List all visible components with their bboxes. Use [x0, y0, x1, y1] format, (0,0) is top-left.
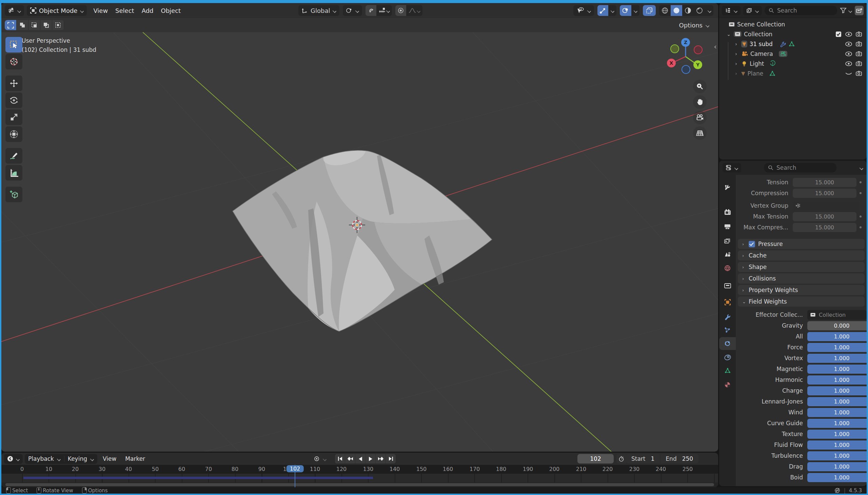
visibility-dropdown[interactable] — [573, 5, 594, 16]
pivot-point-dropdown[interactable] — [343, 5, 362, 16]
camera-restrict-icon[interactable] — [856, 61, 862, 66]
expand-arrow-icon[interactable]: › — [733, 71, 739, 76]
menu-keying[interactable]: Keying — [64, 455, 97, 462]
expand-arrow-icon[interactable]: › — [733, 41, 739, 47]
xray-toggle[interactable] — [643, 5, 656, 16]
eye-icon[interactable] — [845, 51, 852, 56]
mesh-data-icon[interactable] — [788, 41, 795, 47]
compression-field[interactable]: 15.000 — [793, 189, 856, 198]
select-mode-intersect[interactable] — [52, 20, 64, 30]
gizmo-neg-z-axis[interactable] — [682, 65, 690, 73]
tool-annotate[interactable] — [5, 148, 22, 164]
camera-data-icon[interactable] — [779, 51, 787, 57]
camera-restrict-icon[interactable] — [856, 41, 862, 47]
tool-move[interactable] — [5, 75, 22, 91]
boid-slider[interactable]: 1.000 — [807, 473, 867, 482]
vortex-slider[interactable]: 1.000 — [807, 354, 867, 363]
menu-view[interactable]: View — [89, 7, 112, 14]
turbulence-slider[interactable]: 1.000 — [807, 451, 867, 460]
editor-type-button[interactable] — [5, 5, 24, 16]
outliner-filter-button[interactable] — [840, 7, 852, 14]
section-property-weights[interactable]: › Property Weights — [738, 285, 865, 295]
pan-view-button[interactable] — [693, 95, 706, 109]
wind-slider[interactable]: 1.000 — [807, 408, 867, 417]
next-keyframe-button[interactable] — [376, 454, 386, 463]
tool-cursor[interactable] — [5, 54, 22, 69]
shading-solid-button[interactable] — [671, 5, 682, 16]
section-cache[interactable]: › Cache — [738, 250, 865, 260]
shading-settings-dropdown[interactable] — [705, 5, 713, 16]
eye-icon[interactable] — [845, 32, 852, 37]
cloth-pillow-object[interactable] — [233, 150, 492, 331]
section-collisions[interactable]: › Collisions — [738, 273, 865, 284]
texture-slider[interactable]: 1.000 — [807, 430, 867, 439]
charge-slider[interactable]: 1.000 — [807, 386, 867, 395]
start-frame-field[interactable]: Start1 — [626, 454, 660, 463]
mesh-data-icon[interactable] — [769, 70, 776, 76]
harmonic-slider[interactable]: 1.000 — [807, 375, 867, 385]
tab-output[interactable] — [719, 220, 736, 233]
zoom-view-button[interactable] — [693, 80, 706, 93]
camera-restrict-icon[interactable] — [856, 32, 862, 37]
tool-select-box[interactable] — [5, 37, 22, 52]
shading-material-button[interactable] — [682, 5, 694, 16]
eye-icon[interactable] — [845, 61, 852, 66]
navigation-gizmo[interactable]: Z X Y — [665, 37, 708, 80]
fluid-flow-slider[interactable]: 1.000 — [807, 441, 867, 449]
end-frame-field[interactable]: End250 — [660, 454, 699, 463]
animate-decorator-icon[interactable] — [859, 216, 862, 218]
tab-constraints[interactable] — [719, 351, 736, 364]
all-slider[interactable]: 1.000 — [807, 332, 867, 341]
jump-to-start-button[interactable] — [335, 454, 345, 463]
max-compression-field[interactable]: 15.000 — [793, 223, 856, 232]
tool-measure[interactable] — [5, 165, 22, 181]
row-camera[interactable]: › Camera — [721, 49, 865, 58]
timeline-scrollbar[interactable] — [5, 483, 714, 486]
snap-settings[interactable] — [377, 5, 392, 16]
prev-keyframe-button[interactable] — [345, 454, 355, 463]
row-31-subd[interactable]: › ▼ 31 subd — [721, 39, 865, 49]
viewport-options-dropdown[interactable]: Options — [679, 22, 709, 29]
outliner-editor-type-button[interactable] — [722, 6, 740, 15]
select-mode-invert[interactable] — [40, 20, 52, 30]
gizmo-neg-x-axis[interactable] — [694, 46, 702, 54]
transform-orientation-dropdown[interactable]: Global — [298, 5, 339, 16]
camera-restrict-icon[interactable] — [856, 51, 862, 56]
camera-view-button[interactable] — [693, 111, 706, 124]
menu-add[interactable]: Add — [138, 7, 157, 14]
menu-playback[interactable]: Playback — [25, 455, 64, 462]
magnetic-slider[interactable]: 1.000 — [807, 364, 867, 374]
tab-modifiers[interactable] — [719, 310, 736, 323]
properties-options-chevron[interactable] — [859, 166, 863, 170]
jump-to-end-button[interactable] — [386, 454, 396, 463]
timeline-editor-type-button[interactable] — [4, 454, 23, 464]
tab-view-layer[interactable] — [719, 235, 736, 248]
current-frame-field[interactable]: 102 — [578, 454, 614, 463]
light-data-icon[interactable] — [770, 60, 776, 67]
play-reverse-button[interactable] — [355, 454, 366, 463]
tab-material[interactable] — [719, 378, 736, 391]
tool-add-cube[interactable] — [5, 187, 22, 202]
drag-slider[interactable]: 1.000 — [807, 462, 867, 471]
tab-render[interactable] — [719, 206, 736, 219]
curve-guide-slider[interactable]: 1.000 — [807, 419, 867, 428]
playhead-frame-label[interactable]: 102 — [286, 465, 304, 472]
pressure-checkbox[interactable] — [749, 241, 755, 248]
section-field-weights[interactable]: ⌄ Field Weights — [738, 296, 865, 307]
play-button[interactable] — [366, 454, 376, 463]
new-collection-button[interactable] — [855, 6, 864, 15]
tool-scale[interactable] — [5, 109, 22, 125]
row-scene-collection[interactable]: Scene Collection — [721, 19, 865, 29]
expand-arrow-icon[interactable]: › — [733, 61, 739, 66]
tab-object[interactable] — [719, 296, 736, 309]
tension-field[interactable]: 15.000 — [793, 178, 856, 187]
select-mode-extend[interactable] — [17, 20, 29, 30]
animate-decorator-icon[interactable] — [859, 226, 862, 228]
effector-collection-field[interactable]: Collection — [807, 310, 867, 320]
modifier-wrench-icon[interactable] — [780, 41, 786, 47]
sidebar-collapse-arrow[interactable]: ‹ — [714, 42, 717, 51]
tool-rotate[interactable] — [5, 92, 22, 108]
show-overlays-toggle[interactable] — [620, 5, 631, 16]
eye-closed-icon[interactable] — [845, 71, 852, 76]
menu-marker[interactable]: Marker — [122, 455, 149, 462]
